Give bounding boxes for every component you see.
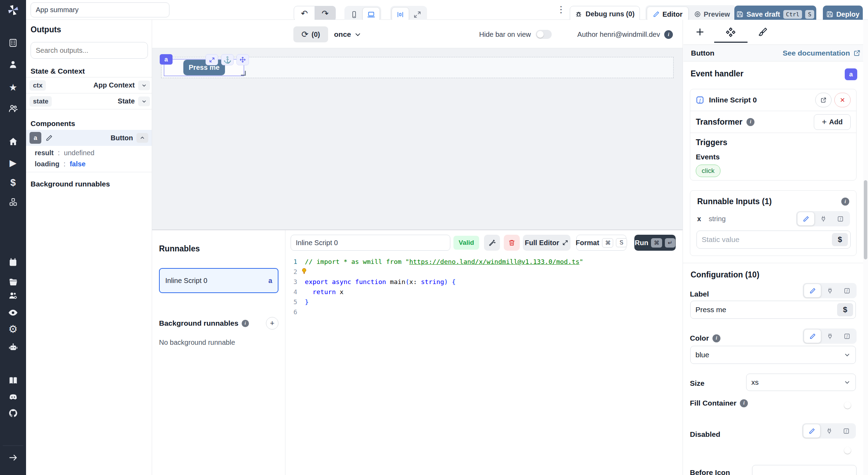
audit-eye-icon[interactable] — [0, 308, 26, 318]
variables-dollar-icon[interactable]: $ — [0, 177, 26, 188]
schedule-dropdown[interactable]: once — [334, 26, 361, 42]
refresh-runs-button[interactable]: ⟳ (0) — [293, 26, 328, 42]
tab-insert-component[interactable] — [695, 27, 705, 37]
groups-icon[interactable] — [0, 103, 26, 113]
color-select[interactable]: blue — [690, 346, 856, 364]
insert-variable-button[interactable]: $ — [837, 303, 853, 316]
add-background-runnable-button[interactable]: + — [266, 317, 278, 330]
delete-script-button[interactable] — [504, 235, 520, 251]
run-button[interactable]: Run ⌘ ↵ — [634, 235, 676, 251]
docs-book-icon[interactable] — [0, 376, 26, 385]
rename-pencil-icon[interactable] — [45, 134, 53, 142]
runnable-item-inline-script-0[interactable]: Inline Script 0 a — [159, 268, 278, 293]
format-button[interactable]: Format ⌘ S — [576, 235, 626, 251]
kbd-s: S — [805, 10, 814, 19]
ai-robot-icon[interactable] — [0, 342, 26, 352]
runnable-inputs-info-icon[interactable]: i — [841, 198, 849, 206]
tab-component-settings[interactable] — [725, 27, 736, 38]
anchor-component-button[interactable]: ⚓ — [221, 54, 234, 65]
size-select[interactable]: xs — [746, 374, 856, 391]
info-icon[interactable]: i — [242, 320, 249, 327]
mobile-view-button[interactable] — [346, 8, 362, 22]
static-mode-button[interactable] — [797, 212, 815, 226]
transformer-info-icon[interactable]: i — [746, 118, 754, 126]
script-name-input[interactable] — [291, 235, 450, 251]
schedules-calendar-icon[interactable] — [0, 258, 26, 267]
code-line-6[interactable]: 6 — [285, 307, 683, 317]
fill-container-info-icon[interactable]: i — [740, 399, 748, 407]
kbd-cmd: ⌘ — [602, 238, 613, 248]
code-editor[interactable]: 1// import * as wmill from "https://deno… — [285, 257, 683, 317]
ctx-row[interactable]: ctx App Context — [30, 77, 150, 93]
search-outputs-input[interactable] — [31, 42, 148, 59]
undo-button[interactable]: ↶ — [294, 6, 315, 21]
workers-icon[interactable] — [0, 291, 26, 300]
inline-script-row[interactable]: f Inline Script 0 × — [690, 89, 856, 111]
external-link-icon[interactable] — [853, 49, 861, 57]
add-transformer-button[interactable]: + Add — [814, 114, 851, 130]
press-me-button[interactable]: Press me — [183, 60, 225, 75]
open-script-button[interactable] — [815, 93, 832, 107]
scrollbar-thumb[interactable] — [864, 180, 867, 259]
preview-tab[interactable]: Preview — [688, 7, 736, 22]
static-mode-button[interactable] — [804, 284, 821, 298]
connect-mode-button[interactable] — [821, 330, 838, 343]
fullscreen-canvas-button[interactable] — [409, 8, 426, 22]
tab-styling[interactable] — [758, 27, 768, 37]
app-canvas[interactable]: Press me a ⚓ — [152, 48, 683, 230]
label-value-field[interactable]: Press me $ — [690, 301, 856, 319]
code-line-2[interactable]: 2 — [285, 267, 683, 277]
full-editor-button[interactable]: Full Editor — [523, 235, 570, 251]
see-documentation-link[interactable]: See documentation — [783, 49, 850, 57]
home-icon[interactable] — [0, 137, 26, 147]
eval-mode-button[interactable]: f — [838, 330, 856, 343]
component-row-a[interactable]: a Button — [26, 130, 152, 146]
workspace-icon[interactable] — [0, 38, 26, 48]
expand-component-button[interactable] — [206, 54, 218, 65]
insert-variable-button[interactable]: $ — [832, 233, 848, 246]
user-icon[interactable] — [0, 60, 26, 69]
code-line-1[interactable]: 1// import * as wmill from "https://deno… — [285, 257, 683, 267]
windmill-logo-icon[interactable] — [0, 3, 26, 17]
remove-script-button[interactable]: × — [834, 93, 851, 107]
favorites-star-icon[interactable]: ★ — [0, 82, 26, 93]
before-icon-select[interactable] — [752, 465, 857, 475]
code-line-4[interactable]: 4 return x — [285, 287, 683, 297]
ctx-expand-chevron-icon[interactable] — [138, 81, 150, 90]
color-info-icon[interactable]: i — [712, 334, 720, 342]
more-options-kebab-icon[interactable]: ⋮ — [557, 4, 566, 15]
move-component-button[interactable] — [236, 54, 249, 65]
state-row[interactable]: state State — [30, 93, 150, 109]
resize-handle[interactable] — [241, 71, 246, 76]
lightbulb-icon[interactable] — [301, 268, 308, 275]
runs-play-icon[interactable]: ▶ — [0, 158, 26, 168]
discord-icon[interactable] — [0, 392, 26, 402]
settings-gear-icon[interactable]: ⚙ — [0, 323, 26, 335]
eval-mode-button[interactable]: f — [838, 424, 855, 438]
redo-button[interactable]: ↷ — [315, 6, 336, 21]
component-type-label: Button — [691, 49, 715, 57]
static-mode-button[interactable] — [804, 329, 821, 343]
plug-icon — [826, 428, 833, 434]
panel-scrollbar[interactable] — [863, 20, 868, 475]
connect-mode-button[interactable] — [815, 212, 832, 225]
app-summary-input[interactable] — [31, 2, 169, 17]
connect-mode-button[interactable] — [820, 424, 837, 438]
eval-mode-button[interactable]: f — [838, 284, 856, 297]
state-expand-chevron-icon[interactable] — [138, 97, 150, 106]
resources-cubes-icon[interactable] — [0, 197, 26, 207]
ai-wand-button[interactable] — [484, 235, 500, 251]
hide-bar-toggle[interactable] — [536, 30, 552, 39]
github-icon[interactable] — [0, 408, 26, 418]
code-line-5[interactable]: 5} — [285, 297, 683, 307]
component-collapse-chevron-icon[interactable] — [136, 133, 148, 143]
code-line-3[interactable]: 3export async function main(x: string) { — [285, 277, 683, 287]
folders-icon[interactable] — [0, 277, 26, 287]
static-mode-button[interactable] — [803, 424, 820, 438]
collapse-arrow-icon[interactable] — [0, 453, 26, 462]
eval-mode-button[interactable]: f — [832, 212, 849, 225]
static-value-field[interactable]: Static value $ — [696, 231, 851, 249]
diamond-grid-icon — [725, 27, 736, 38]
author-info-icon[interactable]: i — [664, 30, 673, 39]
connect-mode-button[interactable] — [821, 284, 838, 297]
